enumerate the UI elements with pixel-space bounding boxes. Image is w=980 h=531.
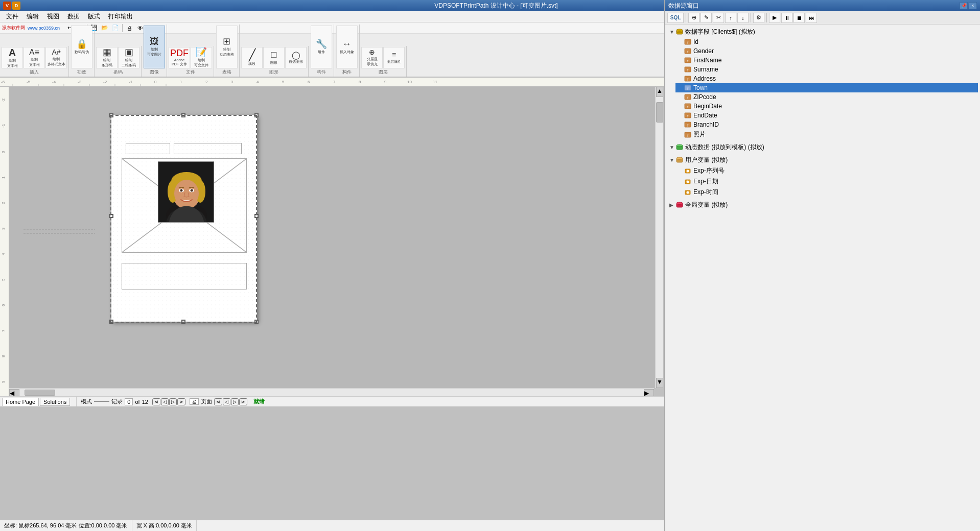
photo-element[interactable] xyxy=(158,161,214,223)
canvas-area[interactable] xyxy=(9,87,655,388)
page-last-btn[interactable]: ⊳ xyxy=(239,398,247,405)
handle-tc[interactable] xyxy=(181,113,185,117)
tree-field-photo[interactable]: f 照片 xyxy=(675,129,978,140)
tree-uservars-expand[interactable]: ▼ xyxy=(669,157,675,163)
handle-tl[interactable] xyxy=(109,113,113,117)
tree-globalvars-expand[interactable]: ▶ xyxy=(669,202,675,208)
right-panel-close[interactable]: × xyxy=(969,2,977,9)
tree-expand-icon[interactable]: ▼ xyxy=(669,29,675,35)
tab-homepage[interactable]: Home Page xyxy=(2,398,39,406)
open-button[interactable]: 📂 xyxy=(100,23,110,33)
menu-file[interactable]: 文件 xyxy=(2,11,22,22)
rp-edit-btn[interactable]: ✎ xyxy=(701,13,712,23)
tree-var-date[interactable]: Exp-日期 xyxy=(675,176,978,187)
tree-var-time[interactable]: Exp-时间 xyxy=(675,187,978,198)
vscroll[interactable]: ▲ ▼ xyxy=(655,87,663,388)
layer-fill-button[interactable]: ⊕ 分层显示填充 xyxy=(361,47,383,68)
line-button[interactable]: ╱ 线段 xyxy=(241,47,263,68)
textbox-bottom[interactable] xyxy=(122,263,247,289)
tree-var-serial[interactable]: Exp-序列号 xyxy=(675,165,978,176)
hscroll-left[interactable]: ◀ xyxy=(9,389,19,396)
handle-ml[interactable] xyxy=(109,214,113,218)
tree-field-id[interactable]: f Id xyxy=(675,37,978,46)
tree-uservars-root[interactable]: ▼ 用户变量 (拟放) xyxy=(667,155,978,165)
vscroll-up[interactable]: ▲ xyxy=(656,87,663,97)
svg-text:-4: -4 xyxy=(52,80,56,84)
draw-image-button[interactable]: 🖼 绘制可变图片 xyxy=(144,26,165,68)
tree-field-zipcode[interactable]: f ZIPcode xyxy=(675,92,978,102)
rp-down-btn[interactable]: ↓ xyxy=(737,13,749,23)
draw-textbox-button[interactable]: A 绘制文本框 xyxy=(2,47,23,68)
textbox-top-right[interactable] xyxy=(174,143,242,154)
rp-fastforward-btn[interactable]: ⏭ xyxy=(806,13,817,23)
page-canvas[interactable] xyxy=(111,115,257,322)
tree-field-firstname[interactable]: f FirstName xyxy=(675,56,978,65)
draw-multiformat-button[interactable]: A# 绘制多格式文本 xyxy=(45,47,67,68)
vscroll-down[interactable]: ▼ xyxy=(656,378,663,388)
hscroll[interactable]: ◀ ▶ xyxy=(9,388,654,396)
hscroll-right[interactable]: ▶ xyxy=(644,389,654,396)
pdf-button[interactable]: PDF AdobePDF 文件 xyxy=(169,47,190,68)
rp-play-btn[interactable]: ▶ xyxy=(769,13,780,23)
tree-field-surname[interactable]: f Surname xyxy=(675,65,978,74)
page-next-btn[interactable]: ▷ xyxy=(231,398,239,405)
component-button[interactable]: 🔧 组件 xyxy=(311,26,332,68)
nav-prev-btn[interactable]: ◁ xyxy=(161,398,169,405)
tree-field-branchid[interactable]: f BranchID xyxy=(675,120,978,129)
tree-field-enddate[interactable]: f EndDate xyxy=(675,111,978,120)
qrcode-button[interactable]: ▣ 绘制二维条码 xyxy=(118,47,139,68)
record-input[interactable]: 0 xyxy=(125,398,133,405)
rp-delete-btn[interactable]: ✂ xyxy=(713,13,724,23)
tree-field-address[interactable]: f Address xyxy=(675,74,978,83)
page-first-btn[interactable]: ⊲ xyxy=(214,398,222,405)
svg-point-58 xyxy=(192,189,193,190)
menu-data[interactable]: 数据 xyxy=(63,11,84,22)
handle-br[interactable] xyxy=(254,320,259,324)
page-prev-btn[interactable]: ◁ xyxy=(223,398,230,405)
barcode-button[interactable]: ▦ 绘制条形码 xyxy=(96,47,118,68)
vscroll-thumb[interactable] xyxy=(656,102,663,123)
draw-textbox2-button[interactable]: A≡ 绘制文本框 xyxy=(24,47,45,68)
new-button[interactable]: 📄 xyxy=(110,23,121,33)
rp-stop-btn[interactable]: ⏹ xyxy=(794,13,805,23)
tree-root-datafields[interactable]: ▼ 数据字段 [Clients$] (拟放) xyxy=(667,27,978,37)
right-panel-pin[interactable]: 📌 xyxy=(960,2,968,9)
nav-first-btn[interactable]: ⊲ xyxy=(152,398,160,405)
tree-globalvars-root[interactable]: ▶ 全局变量 (拟放) xyxy=(667,200,978,210)
right-panel-controls[interactable]: 📌 × xyxy=(960,2,977,9)
svg-point-56 xyxy=(191,189,193,192)
tree-field-gender[interactable]: f Gender xyxy=(675,46,978,56)
layer-props-button[interactable]: ≡ 图层属性 xyxy=(383,47,405,68)
rp-sql-btn[interactable]: SQL xyxy=(667,13,684,23)
tree-field-begindate[interactable]: f BeginDate xyxy=(675,102,978,111)
print-icon[interactable]: 🖨 xyxy=(190,398,199,405)
tree-dynamic-root[interactable]: ▼ 动态数据 (拟放到模板) (拟放) xyxy=(667,142,978,153)
security-button[interactable]: 🔒 数码防伪 xyxy=(71,26,92,68)
rp-up-btn[interactable]: ↑ xyxy=(725,13,736,23)
rp-settings-btn[interactable]: ⚙ xyxy=(753,13,764,23)
menu-edit[interactable]: 编辑 xyxy=(22,11,43,22)
nav-next-btn[interactable]: ▷ xyxy=(169,398,177,405)
rp-add-btn[interactable]: ⊕ xyxy=(688,13,699,23)
tab-solutions[interactable]: Solutions xyxy=(40,398,70,406)
handle-bl[interactable] xyxy=(109,320,113,324)
variable-file-button[interactable]: 📝 绘制可变文件 xyxy=(191,47,212,68)
menu-view[interactable]: 视图 xyxy=(43,11,63,22)
insert-object-button[interactable]: ↔ 插入对象 xyxy=(336,26,358,68)
image-placeholder[interactable] xyxy=(122,158,247,253)
nav-last-btn[interactable]: ⊳ xyxy=(177,398,185,405)
rect-button[interactable]: □ 图形 xyxy=(263,47,285,68)
menu-layout[interactable]: 版式 xyxy=(84,11,104,22)
menu-print[interactable]: 打印输出 xyxy=(104,11,137,22)
handle-mr[interactable] xyxy=(254,214,259,218)
tree-dynamic-expand[interactable]: ▼ xyxy=(669,144,675,150)
autoshape-button[interactable]: ◯ 自选图形 xyxy=(285,47,307,68)
textbox-top-left[interactable] xyxy=(126,143,170,154)
handle-tr[interactable] xyxy=(254,113,259,117)
rp-pause-btn[interactable]: ⏸ xyxy=(781,13,792,23)
print-button[interactable]: 🖨 xyxy=(124,23,134,33)
hscroll-thumb[interactable] xyxy=(25,390,55,396)
handle-bc[interactable] xyxy=(181,320,185,324)
dynamic-table-button[interactable]: ⊞ 绘制动态表格 xyxy=(216,26,238,68)
tree-field-town[interactable]: f Town xyxy=(675,83,978,92)
